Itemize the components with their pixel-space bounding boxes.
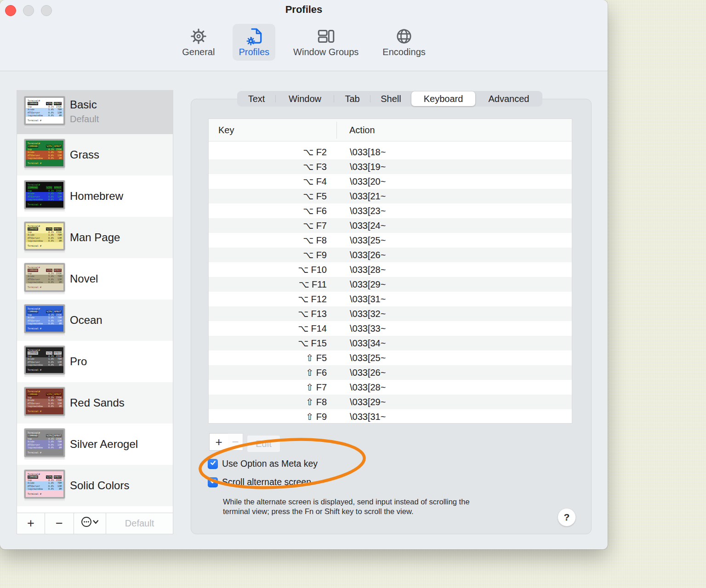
footnote-line-1: While the alternate screen is displayed,… [223,497,545,507]
key-binding-row[interactable]: ⌥ F14\033[33~ [209,321,572,336]
profile-row-grass[interactable]: Terminal#COMMAND%CPU RPRVTtop4.1%231KXco… [17,134,173,175]
more-options-button[interactable] [74,513,106,534]
key-binding-row[interactable]: ⇧ F5\033[25~ [209,351,572,365]
window-title: Profiles [0,4,608,16]
key-cell: ⇧ F8 [209,395,337,409]
profile-row-pro[interactable]: Terminal#COMMAND%CPU RPRVTtop4.1%231KXco… [17,341,173,382]
tab-tab[interactable]: Tab [334,91,370,107]
profiles-sidebar: Terminal#COMMAND%CPU RPRVTtop4.1%231KXco… [17,90,173,534]
key-binding-row[interactable]: ⌥ F9\033[26~ [209,248,572,262]
key-binding-row[interactable]: ⌥ F4\033[20~ [209,174,572,189]
key-binding-row[interactable]: ⌥ F12\033[31~ [209,292,572,306]
action-cell: \033[34~ [337,336,386,351]
key-binding-row[interactable]: ⌥ F8\033[25~ [209,233,572,248]
profile-row-man-page[interactable]: Terminal#COMMAND%CPU RPRVTtop4.1%231KXco… [17,217,173,258]
action-cell: \033[31~ [337,292,386,306]
profile-default-badge: Default [70,114,99,124]
profile-thumbnail-novel: Terminal#COMMAND%CPU RPRVTtop4.1%231KXco… [24,263,65,294]
toolbar-item-label: Window Groups [293,47,359,57]
remove-key-button[interactable]: − [228,433,243,451]
key-cell: ⌥ F14 [209,321,337,336]
key-binding-row[interactable]: ⌥ F3\033[19~ [209,159,572,174]
help-button[interactable]: ? [558,508,576,526]
key-cell: ⌥ F7 [209,218,337,233]
toolbar-item-profiles[interactable]: Profiles [233,24,275,61]
toolbar-item-general[interactable]: General [176,24,221,61]
profile-thumbnail-ocean: Terminal#COMMAND%CPU RPRVTtop4.1%231KXco… [24,305,65,336]
key-cell: ⌥ F9 [209,248,337,262]
key-binding-row[interactable]: ⌥ F2\033[18~ [209,145,572,159]
key-cell: ⌥ F10 [209,262,337,277]
footnote-line-2: terminal view; press the Fn or Shift key… [223,507,545,516]
use-option-as-meta-label: Use Option as Meta key [222,458,318,469]
toolbar-items: General Profiles Window Groups Encodings [0,24,608,61]
tab-window[interactable]: Window [276,91,334,107]
action-cell: \033[25~ [337,351,386,365]
action-cell: \033[24~ [337,218,386,233]
profile-name: Homebrew [70,190,123,203]
keyboard-shortcuts-table: Key Action ⌥ F2\033[18~⌥ F3\033[19~⌥ F4\… [208,119,572,424]
tab-shell[interactable]: Shell [370,91,411,107]
key-binding-row[interactable]: ⌥ F13\033[32~ [209,306,572,321]
edit-key-button[interactable]: Edit [247,435,280,452]
action-cell: \033[32~ [337,306,386,321]
alternate-screen-footnote: While the alternate screen is displayed,… [223,497,545,516]
add-key-button[interactable]: + [209,433,228,451]
profile-row-silver-aerogel[interactable]: Terminal#COMMAND%CPU RPRVTtop4.1%231KXco… [17,424,173,465]
profile-thumbnail-pro: Terminal#COMMAND%CPU RPRVTtop4.1%231KXco… [24,346,65,377]
toolbar-item-window-groups[interactable]: Window Groups [287,24,364,61]
key-binding-row[interactable]: ⇧ F6\033[26~ [209,365,572,380]
profile-thumbnail-grass: Terminal#COMMAND%CPU RPRVTtop4.1%231KXco… [24,139,65,170]
remove-profile-button[interactable]: − [45,513,74,534]
profile-name: Ocean [70,314,102,327]
tab-advanced[interactable]: Advanced [475,91,542,107]
key-cell: ⌥ F8 [209,233,337,248]
column-divider[interactable] [336,122,337,139]
key-binding-row[interactable]: ⇧ F7\033[28~ [209,380,572,395]
toolbar-item-label: Encodings [382,47,425,57]
key-binding-row[interactable]: ⇧ F8\033[29~ [209,395,572,409]
profile-name: Basic [70,98,97,111]
action-cell: \033[19~ [337,159,386,174]
toolbar-item-label: Profiles [239,47,269,57]
key-binding-row[interactable]: ⌥ F7\033[24~ [209,218,572,233]
key-binding-row[interactable]: ⌥ F6\033[23~ [209,204,572,218]
sidebar-footer: + − Default [17,513,173,534]
profile-row-ocean[interactable]: Terminal#COMMAND%CPU RPRVTtop4.1%231KXco… [17,300,173,341]
key-cell: ⇧ F9 [209,409,337,424]
key-binding-row[interactable]: ⇧ F9\033[31~ [209,409,572,424]
key-cell: ⌥ F6 [209,204,337,218]
profile-thumbnail-homebrew: Terminal#COMMAND%CPU RPRVTtop4.1%231KXco… [24,181,65,212]
key-binding-row[interactable]: ⌥ F10\033[28~ [209,262,572,277]
key-binding-row[interactable]: ⌥ F15\033[34~ [209,336,572,351]
action-cell: \033[28~ [337,262,386,277]
profile-thumbnail-man-page: Terminal#COMMAND%CPU RPRVTtop4.1%231KXco… [24,222,65,253]
toolbar-item-encodings[interactable]: Encodings [376,24,431,61]
profile-row-novel[interactable]: Terminal#COMMAND%CPU RPRVTtop4.1%231KXco… [17,258,173,300]
key-binding-row[interactable]: ⌥ F11\033[29~ [209,277,572,292]
toolbar-item-label: General [182,47,215,57]
action-cell: \033[23~ [337,204,386,218]
profile-thumbnail-silver-aerogel: Terminal#COMMAND%CPU RPRVTtop4.1%231KXco… [24,429,65,460]
add-profile-button[interactable]: + [17,513,45,534]
profile-row-red-sands[interactable]: Terminal#COMMAND%CPU RPRVTtop4.1%231KXco… [17,382,173,424]
tab-text[interactable]: Text [237,91,276,107]
key-binding-row[interactable]: ⌥ F5\033[21~ [209,189,572,204]
set-default-button[interactable]: Default [106,513,173,534]
key-cell: ⌥ F11 [209,277,337,292]
action-cell: \033[33~ [337,321,386,336]
toolbar: Profiles General Profiles Window Groups … [0,0,608,71]
tab-keyboard[interactable]: Keyboard [411,91,475,106]
key-cell: ⇧ F6 [209,365,337,380]
profile-row-solid-colors[interactable]: Terminal#COMMAND%CPU RPRVTtop4.1%231KXco… [17,465,173,506]
key-cell: ⌥ F2 [209,145,337,159]
scroll-alternate-screen-checkbox[interactable] [208,477,218,487]
profile-row-homebrew[interactable]: Terminal#COMMAND%CPU RPRVTtop4.1%231KXco… [17,175,173,217]
action-cell: \033[25~ [337,233,386,248]
profile-name: Silver Aerogel [70,438,138,451]
action-cell: \033[28~ [337,380,386,395]
key-cell: ⇧ F7 [209,380,337,395]
profile-row-basic[interactable]: Terminal#COMMAND%CPU RPRVTtop4.1%231KXco… [17,90,173,134]
use-option-as-meta-checkbox[interactable] [208,459,218,469]
column-header-action: Action [349,125,375,136]
